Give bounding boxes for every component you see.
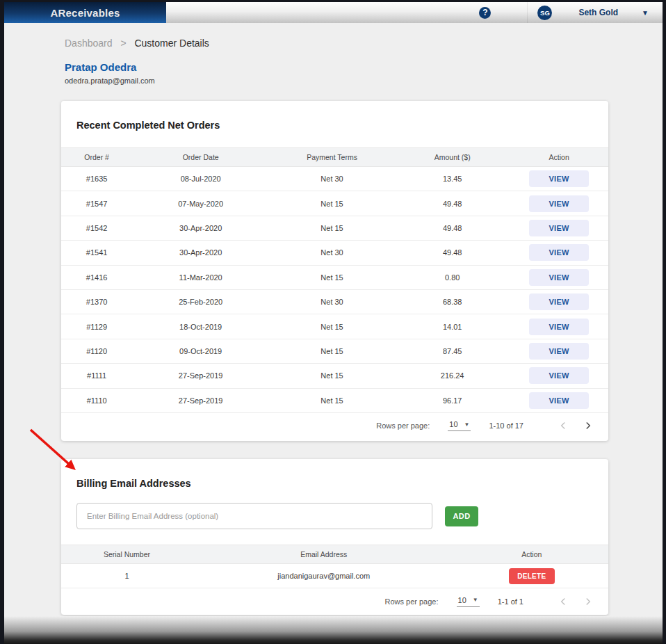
table-cell-action: VIEW: [510, 195, 608, 212]
breadcrumb-dashboard[interactable]: Dashboard: [65, 38, 113, 49]
table-cell: 87.45: [395, 347, 510, 355]
view-button[interactable]: VIEW: [529, 367, 589, 384]
orders-table-header: Order # Order Date Payment Terms Amount …: [61, 147, 608, 167]
breadcrumb: Dashboard > Customer Details: [65, 38, 663, 49]
table-cell: #1416: [61, 273, 132, 282]
table-cell: 30-Apr-2020: [132, 224, 269, 232]
table-cell: #1541: [61, 248, 132, 257]
order-table-row: #154130-Apr-2020Net 3049.48VIEW: [61, 241, 608, 265]
table-cell: #1111: [61, 371, 132, 380]
orders-pagination: Rows per page: 10 ▼ 1-10 of 17: [61, 413, 608, 439]
view-button[interactable]: VIEW: [529, 269, 589, 286]
page-range-label: 1-10 of 17: [489, 421, 523, 430]
order-table-row: #112009-Oct-2019Net 1587.45VIEW: [61, 339, 608, 364]
col-order-date: Order Date: [132, 153, 269, 161]
table-cell: 27-Sep-2019: [132, 371, 269, 380]
table-cell-action: VIEW: [510, 170, 608, 187]
view-button[interactable]: VIEW: [529, 392, 589, 409]
table-cell: 96.17: [395, 396, 510, 405]
user-name: Seth Gold: [578, 8, 618, 17]
previous-page-icon[interactable]: [558, 597, 568, 606]
view-button[interactable]: VIEW: [529, 319, 589, 335]
table-cell: #1542: [61, 224, 132, 232]
view-button[interactable]: VIEW: [529, 170, 589, 187]
table-cell: Net 15: [269, 224, 395, 232]
table-cell: Net 15: [269, 396, 395, 405]
table-cell: Net 30: [269, 248, 395, 257]
table-cell: #1110: [61, 396, 132, 405]
billing-table-body: 1jiandanigaurav@gmail.comDELETE: [61, 564, 608, 588]
next-page-icon[interactable]: [583, 421, 593, 430]
table-cell: Net 15: [269, 371, 395, 380]
table-cell: 1: [61, 572, 193, 580]
view-button[interactable]: VIEW: [529, 343, 589, 360]
table-cell-action: VIEW: [510, 293, 608, 310]
billing-card-title: Billing Email Addresses: [61, 459, 608, 489]
next-page-icon[interactable]: [583, 597, 593, 606]
table-cell: #1547: [61, 200, 132, 208]
table-cell: Net 30: [269, 175, 395, 183]
col-action: Action: [455, 550, 608, 558]
table-cell: Net 30: [269, 298, 395, 306]
table-cell-action: VIEW: [510, 392, 608, 409]
table-cell: 0.80: [395, 273, 510, 282]
order-table-row: #112918-Oct-2019Net 1514.01VIEW: [61, 314, 608, 339]
col-order-number: Order #: [61, 153, 132, 161]
orders-card-title: Recent Completed Net Orders: [61, 101, 608, 131]
brand-logo[interactable]: AReceivables: [4, 2, 166, 23]
table-cell: Net 15: [269, 273, 395, 282]
view-button[interactable]: VIEW: [529, 244, 589, 261]
orders-table-body: #163508-Jul-2020Net 3013.45VIEW#154707-M…: [61, 167, 608, 413]
chevron-down-icon[interactable]: ▼: [642, 9, 649, 17]
table-cell-action: VIEW: [510, 367, 608, 384]
customer-name: Pratap Odedra: [65, 61, 663, 73]
col-action: Action: [510, 153, 608, 161]
view-button[interactable]: VIEW: [529, 293, 589, 310]
help-icon[interactable]: ?: [479, 7, 491, 19]
chevron-down-icon: ▼: [473, 597, 478, 603]
app-window: { "header": { "brand": "AReceivables", "…: [0, 0, 666, 644]
table-cell-action: VIEW: [510, 343, 608, 360]
table-cell: 49.48: [395, 224, 510, 232]
page-frame: AReceivables ? SG Seth Gold ▼ Dashboard …: [4, 2, 663, 621]
page-range-label: 1-1 of 1: [498, 597, 523, 606]
billing-input-row: ADD: [76, 503, 608, 529]
rows-per-page-label: Rows per page:: [384, 597, 438, 606]
billing-email-input[interactable]: [76, 503, 432, 529]
order-table-row: #137025-Feb-2020Net 3068.38VIEW: [61, 290, 608, 314]
table-cell: 09-Oct-2019: [132, 347, 269, 355]
billing-table-row: 1jiandanigaurav@gmail.comDELETE: [61, 564, 608, 588]
table-cell-action: VIEW: [510, 244, 608, 261]
table-cell: 27-Sep-2019: [132, 396, 269, 405]
billing-pagination: Rows per page: 10 ▼ 1-1 of 1: [61, 588, 608, 614]
add-button[interactable]: ADD: [445, 506, 478, 526]
rows-per-page-value: 10: [458, 596, 466, 604]
previous-page-icon[interactable]: [558, 421, 568, 430]
table-cell-action: VIEW: [510, 319, 608, 335]
bottom-vignette: [4, 616, 663, 644]
chevron-down-icon: ▼: [464, 421, 470, 428]
view-button[interactable]: VIEW: [529, 195, 589, 212]
billing-table-header: Serial Number Email Address Action: [61, 545, 608, 564]
order-table-row: #141611-Mar-2020Net 150.80VIEW: [61, 266, 608, 290]
table-cell: #1635: [61, 175, 132, 183]
table-cell: 08-Jul-2020: [132, 175, 269, 183]
table-cell: Net 15: [269, 347, 395, 355]
rows-per-page-label: Rows per page:: [376, 421, 430, 430]
table-cell: 49.48: [395, 200, 510, 208]
delete-button[interactable]: DELETE: [509, 568, 555, 584]
rows-per-page-select[interactable]: 10 ▼: [448, 420, 471, 431]
table-cell: 49.48: [395, 248, 510, 257]
table-cell: Net 15: [269, 200, 395, 208]
table-cell: 18-Oct-2019: [132, 323, 269, 331]
table-cell: #1120: [61, 347, 132, 355]
table-cell-action: DELETE: [455, 568, 608, 584]
table-cell: 11-Mar-2020: [132, 273, 269, 282]
table-cell: 13.45: [395, 175, 510, 183]
avatar: SG: [537, 6, 552, 20]
billing-emails-card: Billing Email Addresses ADD Serial Numbe…: [61, 459, 608, 615]
rows-per-page-select[interactable]: 10 ▼: [457, 596, 480, 607]
user-menu[interactable]: SG Seth Gold ▼: [527, 2, 663, 23]
view-button[interactable]: VIEW: [529, 220, 589, 236]
table-cell: #1370: [61, 298, 132, 306]
